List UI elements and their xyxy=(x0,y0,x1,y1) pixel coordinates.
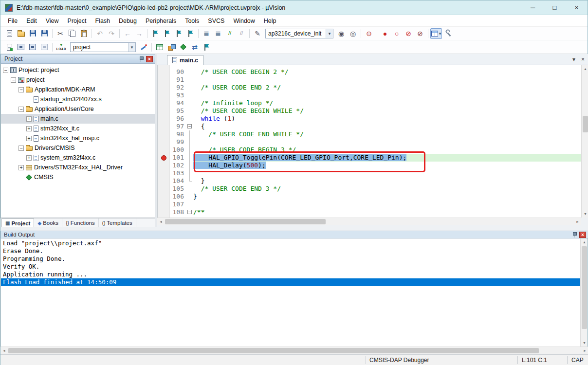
code-line-95[interactable]: 95 /* USER CODE BEGIN WHILE */ xyxy=(158,107,581,115)
expander-plus-icon[interactable]: + xyxy=(18,165,24,170)
code-line-91[interactable]: 91 xyxy=(158,76,581,84)
minimize-button[interactable]: ─ xyxy=(522,0,544,15)
scroll-thumb[interactable] xyxy=(583,116,588,132)
scroll-up-icon[interactable]: ▲ xyxy=(582,65,588,73)
bookmark-prev-button[interactable] xyxy=(161,28,173,39)
navigate-back-button[interactable]: ← xyxy=(122,28,133,39)
panel-tab-project[interactable]: ▦Project xyxy=(1,219,34,227)
tree-item-cmsis[interactable]: CMSIS xyxy=(1,172,155,182)
scroll-thumb[interactable] xyxy=(582,246,587,329)
comment-button[interactable]: // xyxy=(224,28,236,39)
edit-search-settings-button[interactable]: ✎ xyxy=(252,28,263,39)
cut-button[interactable]: ✂ xyxy=(55,28,66,39)
tree-item-startup-stm32f407xx-s[interactable]: startup_stm32f407xx.s xyxy=(1,94,155,104)
code-line-106[interactable]: 106} xyxy=(158,193,581,201)
pin-icon[interactable] xyxy=(572,232,577,238)
search-combo[interactable]: ap3216c_device_init▾ xyxy=(265,29,333,38)
pin-icon[interactable] xyxy=(139,56,144,62)
unindent-button[interactable]: ≣ xyxy=(201,28,212,39)
manage-rte-button[interactable] xyxy=(177,42,189,53)
code-line-90[interactable]: 90 /* USER CODE BEGIN 2 */ xyxy=(158,68,581,76)
scroll-right-icon[interactable]: ► xyxy=(574,218,581,225)
menu-window[interactable]: Window xyxy=(229,16,259,26)
target-combo[interactable]: project▾ xyxy=(70,42,136,52)
code-line-103[interactable]: 103 xyxy=(158,169,581,177)
batch-build-button[interactable] xyxy=(38,42,50,53)
close-button[interactable]: × xyxy=(566,0,588,15)
code-line-107[interactable]: 107 xyxy=(158,201,581,208)
build-output-vertical-scrollbar[interactable]: ▲ ▼ xyxy=(580,238,588,347)
select-software-packs-button[interactable] xyxy=(165,42,177,53)
breakpoint-disable-all-button[interactable]: ⊘ xyxy=(403,28,414,39)
menu-project[interactable]: Project xyxy=(63,16,91,26)
menu-edit[interactable]: Edit xyxy=(22,16,41,26)
editor-vertical-scrollbar[interactable]: ▲ ▼ xyxy=(581,65,588,218)
build-button[interactable] xyxy=(15,42,27,53)
code-line-93[interactable]: 93 xyxy=(158,91,581,99)
code-line-96[interactable]: 96 while (1) xyxy=(158,115,581,123)
debug-windows-button-dropdown-icon[interactable]: ▾ xyxy=(439,31,441,36)
maximize-button[interactable]: □ xyxy=(544,0,566,15)
code-line-97[interactable]: 97− { xyxy=(158,123,581,130)
expander-minus-icon[interactable]: − xyxy=(18,146,24,151)
search-combo-dropdown-icon[interactable]: ▾ xyxy=(326,29,333,38)
menu-file[interactable]: File xyxy=(3,16,22,26)
target-combo-dropdown-icon[interactable]: ▾ xyxy=(128,43,135,52)
new-file-button[interactable] xyxy=(3,28,15,39)
translate-button[interactable] xyxy=(3,42,15,53)
undo-button[interactable]: ↶ xyxy=(94,28,106,39)
breakpoint-icon[interactable] xyxy=(161,155,166,161)
bookmark-clear-button[interactable] xyxy=(184,28,196,39)
debug-windows-button[interactable]: ▾ xyxy=(430,28,442,39)
close-panel-icon[interactable]: × xyxy=(146,56,153,62)
open-file-button[interactable] xyxy=(15,28,27,39)
menu-flash[interactable]: Flash xyxy=(91,16,114,26)
save-all-button[interactable] xyxy=(38,28,50,39)
tree-item-application-user-core[interactable]: −Application/User/Core xyxy=(1,104,155,114)
code-line-94[interactable]: 94 /* Infinite loop */ xyxy=(158,99,581,107)
code-line-101[interactable]: 101 HAL_GPIO_TogglePin(CORE_LED_GPIO_Por… xyxy=(158,154,581,162)
tree-item-application-mdk-arm[interactable]: −Application/MDK-ARM xyxy=(1,85,155,94)
redo-button[interactable]: ↷ xyxy=(106,28,117,39)
find-button[interactable]: ◎ xyxy=(347,28,359,39)
breakpoint-kill-all-button[interactable]: ⊘ xyxy=(414,28,426,39)
expander-minus-icon[interactable]: − xyxy=(11,77,16,83)
paste-button[interactable] xyxy=(78,28,90,39)
tree-item-project[interactable]: −project xyxy=(1,75,155,85)
menu-tools[interactable]: Tools xyxy=(181,16,203,26)
fold-collapse-icon[interactable]: − xyxy=(187,124,192,128)
scroll-thumb[interactable] xyxy=(8,348,539,353)
panel-tab-templates[interactable]: ()Templates xyxy=(99,219,136,227)
target-options-button[interactable] xyxy=(138,42,149,53)
expander-plus-icon[interactable]: + xyxy=(26,116,32,122)
breakpoint-toggle-button[interactable]: ● xyxy=(379,28,391,39)
menu-debug[interactable]: Debug xyxy=(114,16,141,26)
code-line-92[interactable]: 92 /* USER CODE END 2 */ xyxy=(158,84,581,91)
save-button[interactable] xyxy=(27,28,38,39)
expander-plus-icon[interactable]: + xyxy=(26,126,32,131)
menu-peripherals[interactable]: Peripherals xyxy=(141,16,181,26)
expander-minus-icon[interactable]: − xyxy=(18,87,24,92)
tree-item-system-stm32f4xx-c[interactable]: +system_stm32f4xx.c xyxy=(1,153,155,163)
code-line-102[interactable]: 102 HAL_Delay(500); xyxy=(158,162,581,169)
tree-item-main-c[interactable]: +main.c xyxy=(1,114,155,124)
tree-item-stm32f4xx-it-c[interactable]: +stm32f4xx_it.c xyxy=(1,124,155,133)
editor-tab-main-c[interactable]: main.c xyxy=(167,55,203,65)
indent-button[interactable]: ≣ xyxy=(212,28,224,39)
tree-item-stm32f4xx-hal-msp-c[interactable]: +stm32f4xx_hal_msp.c xyxy=(1,133,155,143)
close-panel-icon[interactable]: × xyxy=(579,232,586,238)
bookmark-toggle-button[interactable] xyxy=(149,28,161,39)
scroll-right-icon[interactable]: ► xyxy=(581,347,588,354)
manage-project-items-button[interactable] xyxy=(154,42,165,53)
uncomment-button[interactable]: // xyxy=(236,28,247,39)
panel-tab-functions[interactable]: {}Functions xyxy=(62,219,99,227)
scroll-up-icon[interactable]: ▲ xyxy=(581,238,588,246)
code-line-99[interactable]: 99 xyxy=(158,138,581,146)
expander-minus-icon[interactable]: − xyxy=(3,68,8,73)
books-button[interactable] xyxy=(201,42,212,53)
expander-plus-icon[interactable]: + xyxy=(26,155,32,161)
code-line-104[interactable]: 104 } xyxy=(158,177,581,185)
bookmark-next-button[interactable] xyxy=(173,28,184,39)
code-line-108[interactable]: 108−/** xyxy=(158,208,581,216)
build-output-horizontal-scrollbar[interactable]: ◄ ► xyxy=(0,347,588,354)
